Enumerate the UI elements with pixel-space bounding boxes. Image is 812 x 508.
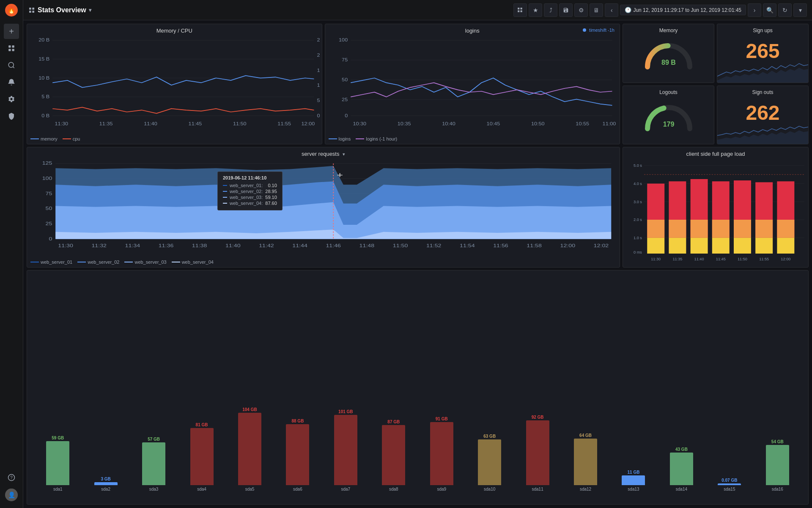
bar-rect — [382, 425, 405, 485]
bar-col-sda1: 59 GBsda1 — [41, 283, 75, 491]
svg-text:👤: 👤 — [8, 491, 16, 499]
bar-rect — [286, 424, 309, 485]
bar-rect — [766, 445, 789, 485]
bar-axis-label: sda8 — [389, 487, 398, 491]
bar-axis-label: sda11 — [532, 487, 543, 491]
more-button[interactable]: ▾ — [793, 3, 807, 17]
svg-text:15 B: 15 B — [38, 57, 49, 61]
bar-axis-label: sda16 — [772, 487, 783, 491]
prev-button[interactable]: ‹ — [605, 3, 618, 17]
svg-text:12:00: 12:00 — [560, 244, 575, 248]
sidebar-item-help[interactable]: ? — [4, 470, 19, 485]
bar-value-label: 91 GB — [436, 417, 448, 421]
svg-text:5.0 s: 5.0 s — [634, 163, 642, 168]
svg-rect-110 — [647, 238, 664, 254]
svg-text:25%: 25% — [317, 38, 320, 43]
svg-text:50: 50 — [342, 77, 348, 82]
sidebar-item-shield[interactable] — [4, 108, 19, 124]
svg-text:20 B: 20 B — [38, 38, 49, 43]
bar-col-sda2: 3 GBsda2 — [89, 283, 123, 491]
legend-ws01: web_server_01 — [30, 260, 72, 265]
bar-col-sda10: 63 GBsda10 — [473, 283, 507, 491]
svg-text:25: 25 — [342, 97, 348, 102]
timeshift-label: timeshift -1h — [583, 28, 614, 33]
svg-text:11:42: 11:42 — [259, 244, 274, 248]
bar-rect — [622, 475, 645, 485]
sidebar-item-add[interactable]: + — [4, 24, 19, 39]
svg-text:125: 125 — [42, 161, 52, 166]
svg-text:10:50: 10:50 — [531, 121, 544, 126]
svg-text:0: 0 — [49, 237, 52, 241]
bar-col-sda13: 11 GBsda13 — [617, 283, 650, 491]
bar-rect — [574, 439, 597, 485]
svg-text:11:55: 11:55 — [759, 257, 769, 261]
panel-client-load: client side full page load 5.0 s 4.0 s 3… — [623, 147, 809, 268]
svg-text:11:36: 11:36 — [159, 244, 174, 248]
svg-text:🔥: 🔥 — [7, 6, 16, 14]
sidebar-item-dashboard[interactable] — [4, 41, 19, 56]
svg-text:3.0 s: 3.0 s — [634, 199, 642, 204]
bar-col-sda7: 101 GBsda7 — [329, 283, 362, 491]
svg-text:10:35: 10:35 — [397, 121, 411, 126]
bar-value-label: 11 GB — [628, 470, 640, 475]
svg-text:11:52: 11:52 — [426, 244, 442, 248]
settings-button[interactable]: ⚙ — [574, 3, 588, 17]
bar-axis-label: sda3 — [149, 487, 159, 491]
bar-value-label: 54 GB — [771, 439, 784, 444]
sidebar-item-explore[interactable] — [4, 58, 19, 73]
svg-text:10:40: 10:40 — [442, 121, 455, 126]
sidebar-item-settings[interactable] — [4, 91, 19, 107]
tooltip-row: web_server_03: 59.10 — [223, 195, 277, 200]
svg-text:4.0 s: 4.0 s — [634, 181, 642, 186]
bar-value-label: 88 GB — [291, 419, 304, 423]
time-range-picker[interactable]: 🕐 Jun 12, 2019 11:29:17 to Jun 12, 2019 … — [620, 5, 746, 15]
server-requests-chart: 125 100 75 50 25 0 — [27, 159, 620, 258]
svg-text:75: 75 — [46, 191, 52, 196]
next-button[interactable]: › — [748, 3, 761, 17]
app-logo[interactable]: 🔥 — [5, 3, 18, 17]
svg-rect-125 — [755, 238, 773, 254]
logouts-title: Logouts — [659, 89, 678, 95]
monitor-button[interactable]: 🖥 — [590, 3, 603, 17]
star-button[interactable]: ★ — [529, 3, 542, 17]
logins-title: logins — [325, 24, 620, 36]
bar-value-label: 43 GB — [675, 447, 688, 452]
chart-type-button[interactable] — [513, 3, 527, 17]
bar-axis-label: sda15 — [724, 487, 735, 491]
bar-axis-label: sda12 — [580, 487, 591, 491]
svg-rect-122 — [734, 238, 751, 254]
svg-text:10 B: 10 B — [38, 76, 49, 80]
refresh-button[interactable]: ↻ — [778, 3, 792, 17]
user-avatar[interactable]: 👤 — [5, 489, 18, 501]
svg-rect-109 — [647, 220, 664, 238]
bar-rect — [526, 420, 549, 485]
svg-text:11:44: 11:44 — [292, 244, 307, 248]
bar-col-sda6: 88 GBsda6 — [281, 283, 315, 491]
dashboard-grid: Memory / CPU 20 B 15 B 10 B 5 B 0 B — [23, 20, 812, 508]
zoom-button[interactable]: 🔍 — [763, 3, 776, 17]
signouts-title: Sign outs — [752, 89, 773, 95]
memory-cpu-chart: 20 B 15 B 10 B 5 B 0 B 25% 20% 15% 10% 5… — [27, 36, 322, 135]
right-panels-group: Memory 89 B — [623, 24, 809, 144]
svg-text:89 B: 89 B — [661, 59, 676, 66]
share-button[interactable]: ⤴ — [544, 3, 557, 17]
svg-text:12:00: 12:00 — [781, 257, 790, 261]
svg-point-6 — [8, 62, 14, 67]
svg-text:25: 25 — [46, 221, 52, 226]
bar-axis-label: sda5 — [245, 487, 255, 491]
svg-rect-19 — [521, 10, 522, 12]
sidebar-item-alerting[interactable] — [4, 75, 19, 90]
svg-text:5%: 5% — [317, 98, 320, 103]
save-button[interactable] — [559, 3, 573, 17]
svg-text:10%: 10% — [317, 83, 320, 88]
svg-rect-14 — [29, 11, 31, 13]
bar-col-sda11: 92 GBsda11 — [521, 283, 554, 491]
svg-rect-128 — [777, 238, 794, 254]
svg-rect-17 — [518, 10, 520, 12]
svg-text:15%: 15% — [317, 68, 320, 73]
bar-value-label: 57 GB — [148, 437, 160, 442]
logins-chart: 100 75 50 25 0 10:30 10:35 10:40 10:45 1… — [325, 36, 620, 135]
logins-legend: logins logins (-1 hour) — [325, 135, 620, 144]
svg-text:11:54: 11:54 — [460, 244, 475, 248]
bar-axis-label: sda9 — [437, 487, 446, 491]
